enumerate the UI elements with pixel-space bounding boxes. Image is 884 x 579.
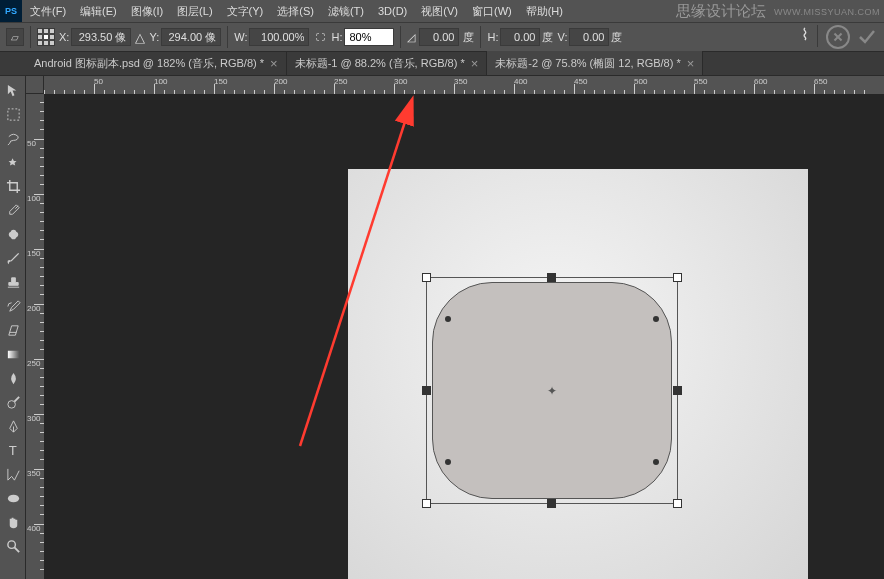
wand-tool-icon[interactable] — [1, 151, 25, 173]
svg-rect-1 — [44, 29, 48, 33]
skewv-label: V: — [557, 31, 567, 43]
anchor-point[interactable] — [653, 316, 659, 322]
svg-rect-8 — [50, 41, 54, 45]
gradient-tool-icon[interactable] — [1, 343, 25, 365]
svg-rect-6 — [38, 41, 42, 45]
lasso-tool-icon[interactable] — [1, 127, 25, 149]
eraser-tool-icon[interactable] — [1, 319, 25, 341]
x-input[interactable] — [71, 28, 131, 46]
h-input[interactable] — [344, 28, 394, 46]
move-tool-icon[interactable] — [1, 79, 25, 101]
svg-rect-14 — [7, 350, 18, 358]
zoom-tool-icon[interactable] — [1, 535, 25, 557]
w-input[interactable] — [249, 28, 309, 46]
close-icon[interactable]: × — [471, 56, 479, 71]
svg-rect-2 — [50, 29, 54, 33]
x-label: X: — [59, 31, 69, 43]
menu-type[interactable]: 文字(Y) — [221, 2, 270, 21]
tab-label: 未标题-2 @ 75.8% (椭圆 12, RGB/8) * — [495, 56, 680, 71]
tab-label: Android 图标副本.psd @ 182% (音乐, RGB/8) * — [34, 56, 264, 71]
document-tabs: Android 图标副本.psd @ 182% (音乐, RGB/8) * × … — [0, 52, 884, 76]
transform-handle-tc[interactable] — [547, 273, 556, 282]
stamp-tool-icon[interactable] — [1, 271, 25, 293]
svg-line-16 — [14, 396, 19, 401]
angle-unit: 度 — [463, 30, 474, 45]
heal-tool-icon[interactable] — [1, 223, 25, 245]
tab-label: 未标题-1 @ 88.2% (音乐, RGB/8) * — [295, 56, 465, 71]
menu-window[interactable]: 窗口(W) — [466, 2, 518, 21]
angle-icon: ◿ — [407, 31, 415, 44]
pen-tool-icon[interactable] — [1, 415, 25, 437]
transform-handle-tr[interactable] — [673, 273, 682, 282]
svg-point-19 — [7, 540, 15, 548]
hand-tool-icon[interactable] — [1, 511, 25, 533]
transform-handle-tl[interactable] — [422, 273, 431, 282]
link-wh-icon[interactable] — [313, 30, 327, 44]
ruler-vertical[interactable]: 50100150200250300350400450 — [26, 94, 44, 579]
menu-help[interactable]: 帮助(H) — [520, 2, 569, 21]
transform-handle-bc[interactable] — [547, 499, 556, 508]
svg-point-18 — [7, 494, 18, 502]
warp-icon[interactable]: ⌇ — [801, 25, 809, 49]
tab-3[interactable]: 未标题-2 @ 75.8% (椭圆 12, RGB/8) * × — [487, 51, 703, 75]
y-label: Y: — [149, 31, 159, 43]
transform-handle-bl[interactable] — [422, 499, 431, 508]
crop-tool-icon[interactable] — [1, 175, 25, 197]
dodge-tool-icon[interactable] — [1, 391, 25, 413]
menu-select[interactable]: 选择(S) — [271, 2, 320, 21]
svg-text:T: T — [8, 443, 16, 458]
watermark-text: 思缘设计论坛 — [676, 2, 766, 21]
confirm-button[interactable] — [856, 25, 878, 49]
y-input[interactable] — [161, 28, 221, 46]
close-icon[interactable]: × — [687, 56, 695, 71]
svg-rect-4 — [44, 35, 48, 39]
transform-bounding-box[interactable]: ✦ — [426, 277, 678, 504]
blur-tool-icon[interactable] — [1, 367, 25, 389]
watermark: 思缘设计论坛 WWW.MISSYUAN.COM — [676, 2, 880, 21]
angle-input[interactable] — [419, 28, 459, 46]
cancel-button[interactable] — [826, 25, 850, 49]
menu-layer[interactable]: 图层(L) — [171, 2, 218, 21]
path-tool-icon[interactable] — [1, 463, 25, 485]
anchor-point[interactable] — [445, 459, 451, 465]
delta-icon[interactable]: △ — [135, 30, 145, 45]
transform-handle-br[interactable] — [673, 499, 682, 508]
skewv-input[interactable] — [569, 28, 609, 46]
history-brush-icon[interactable] — [1, 295, 25, 317]
tools-panel: T — [0, 76, 26, 579]
svg-line-20 — [14, 547, 19, 552]
menu-view[interactable]: 视图(V) — [415, 2, 464, 21]
transform-tool-icon[interactable]: ▱ — [6, 28, 24, 46]
skewh-label: H: — [487, 31, 498, 43]
artboard: ✦ — [348, 169, 808, 579]
svg-rect-7 — [44, 41, 48, 45]
transform-handle-ml[interactable] — [422, 386, 431, 395]
menu-edit[interactable]: 编辑(E) — [74, 2, 123, 21]
menu-file[interactable]: 文件(F) — [24, 2, 72, 21]
anchor-point[interactable] — [653, 459, 659, 465]
skewh-input[interactable] — [500, 28, 540, 46]
eyedropper-tool-icon[interactable] — [1, 199, 25, 221]
type-tool-icon[interactable]: T — [1, 439, 25, 461]
tab-2[interactable]: 未标题-1 @ 88.2% (音乐, RGB/8) * × — [287, 51, 488, 75]
reference-point-icon[interactable] — [37, 28, 55, 46]
w-label: W: — [234, 31, 247, 43]
ruler-origin[interactable] — [26, 76, 44, 94]
svg-rect-5 — [50, 35, 54, 39]
menu-image[interactable]: 图像(I) — [125, 2, 169, 21]
anchor-point[interactable] — [445, 316, 451, 322]
svg-rect-3 — [38, 35, 42, 39]
brush-tool-icon[interactable] — [1, 247, 25, 269]
marquee-tool-icon[interactable] — [1, 103, 25, 125]
menu-filter[interactable]: 滤镜(T) — [322, 2, 370, 21]
close-icon[interactable]: × — [270, 56, 278, 71]
menu-3d[interactable]: 3D(D) — [372, 3, 413, 19]
tab-1[interactable]: Android 图标副本.psd @ 182% (音乐, RGB/8) * × — [26, 51, 287, 75]
h-label: H: — [331, 31, 342, 43]
canvas-area[interactable]: 50100150200250300350400450500550600650 5… — [26, 76, 884, 579]
center-icon: ✦ — [547, 384, 557, 398]
transform-handle-mr[interactable] — [673, 386, 682, 395]
ruler-horizontal[interactable]: 50100150200250300350400450500550600650 — [44, 76, 884, 94]
shape-tool-icon[interactable] — [1, 487, 25, 509]
svg-point-15 — [7, 400, 15, 408]
